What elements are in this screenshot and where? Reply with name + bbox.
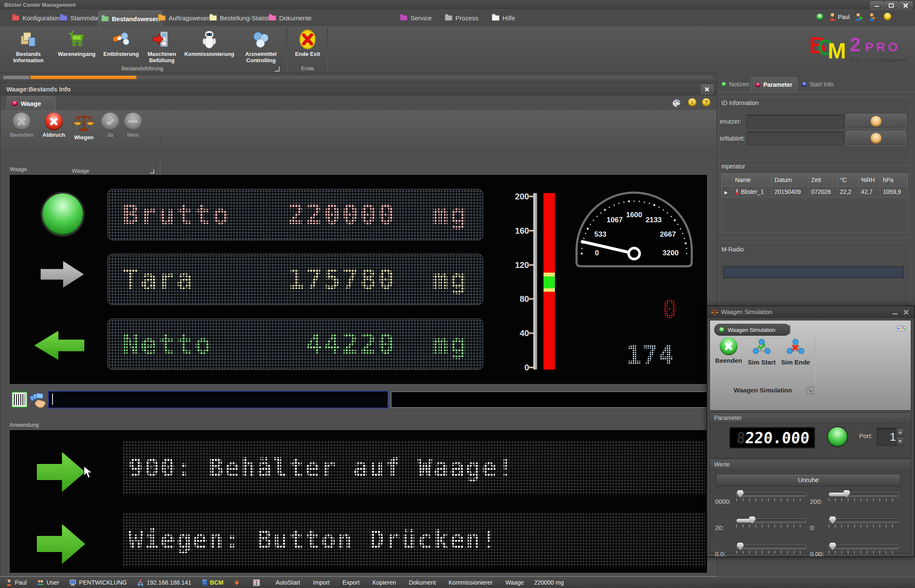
temperatur-table-area: NameDatumZeit°C%RHhPa▶ Blister_120150409… — [721, 173, 908, 233]
net-x-icon — [786, 337, 805, 357]
unruhe-button[interactable]: Unruhe — [716, 474, 901, 486]
slider-thumb[interactable] — [749, 516, 756, 524]
panel-tab-start-info[interactable]: Start Info — [798, 77, 838, 91]
tab-dot-icon — [719, 327, 724, 333]
group-title: mperatur — [721, 163, 745, 170]
stelltablett-input[interactable] — [747, 132, 844, 145]
barcode-button[interactable] — [11, 392, 28, 408]
statusbar-item-kopieren[interactable]: Kopieren — [370, 579, 396, 586]
sim-button-sim-start[interactable]: Sim Start — [746, 337, 778, 366]
main-tab-auftragswesen[interactable]: Auftragswesen — [155, 13, 213, 23]
statusbar-item-220000-mg[interactable]: 220000 mg — [534, 579, 564, 586]
sim-tab-waagen-simulation[interactable]: Waagen Simulation — [714, 324, 790, 336]
waage-window-titlebar[interactable]: Waage:Bestands Info — [0, 83, 717, 96]
sim-button-sim-ende[interactable]: Sim Ende — [779, 337, 812, 366]
info-icon[interactable]: i — [688, 98, 696, 107]
sim-close-button[interactable] — [901, 309, 911, 315]
ribbon-separator — [286, 28, 287, 71]
slider-track[interactable] — [736, 492, 807, 497]
slider-thumb[interactable] — [737, 543, 744, 550]
info-icon[interactable] — [884, 13, 891, 21]
toolbar-expand-icon[interactable] — [150, 169, 154, 174]
tab-waage[interactable]: Waage — [6, 96, 55, 110]
port-up-button[interactable] — [896, 428, 904, 437]
slider-ticks — [829, 498, 898, 501]
main-tab-service[interactable]: Service — [397, 13, 434, 23]
statusbar-item-user[interactable]: User — [37, 579, 59, 586]
progress-segment — [30, 76, 136, 79]
slider-thumb[interactable] — [843, 490, 850, 498]
rfid-read-button-2[interactable] — [846, 131, 906, 146]
svg-text:2133: 2133 — [646, 216, 662, 224]
strip-segment — [3, 76, 30, 79]
rfid-read-button-1[interactable] — [846, 114, 906, 129]
statusbar-item-192-168-188-141[interactable]: 192.168.188.141 — [137, 579, 191, 586]
palette-icon[interactable] — [672, 99, 682, 108]
status-bar: PaulUserPENTWICKLUNG192.168.188.141BCMAu… — [0, 577, 915, 588]
main-tab-konfiguration[interactable]: Konfiguration — [9, 13, 62, 23]
temperatur-table[interactable]: NameDatumZeit°C%RHhPa▶ Blister_120150409… — [721, 174, 908, 198]
gamepad-icon[interactable] — [896, 324, 907, 332]
main-tab-hilfe[interactable]: Hilfe — [489, 13, 518, 23]
statusbar-item-bcm[interactable]: BCM — [202, 579, 224, 586]
statusbar-item-dokument[interactable]: Dokument — [406, 579, 436, 586]
slider-track[interactable] — [829, 492, 899, 497]
netto-arrow-icon — [34, 327, 84, 364]
secondary-input[interactable] — [391, 392, 708, 408]
toolbar-button-abbruch[interactable]: Abbruch — [38, 113, 70, 138]
scan-input[interactable] — [48, 391, 388, 409]
panel-tab-parameter[interactable]: Parameter — [751, 77, 797, 92]
cart-icon — [67, 29, 86, 50]
statusbar-item-pentwicklung[interactable]: PENTWICKLUNG — [69, 579, 127, 586]
section-label-anwendung: Anwendung — [10, 422, 39, 428]
slider-thumb[interactable] — [829, 543, 836, 550]
panel-tab-notizen[interactable]: Notizen — [717, 77, 753, 91]
group1-expand-icon[interactable] — [274, 66, 280, 72]
statusbar-item[interactable] — [253, 579, 263, 586]
current-user[interactable] — [829, 13, 836, 21]
statusbar-item-autostart[interactable]: AutoStart — [273, 579, 300, 586]
sim-minimize-button[interactable] — [890, 309, 900, 315]
statusbar-item[interactable] — [233, 579, 243, 586]
user-switch-icon[interactable] — [868, 13, 876, 21]
statusbar-item-waage[interactable]: Waage — [503, 579, 524, 586]
mradio-input[interactable] — [723, 266, 904, 278]
slider-track[interactable] — [829, 545, 899, 549]
svg-text:1067: 1067 — [607, 216, 623, 224]
slider-track[interactable] — [736, 519, 807, 523]
waage-close-button[interactable] — [701, 85, 713, 94]
group-expand-icon[interactable]: ↘ — [807, 387, 814, 394]
slider-track[interactable] — [829, 519, 899, 523]
minimize-button[interactable] — [870, 1, 884, 9]
user-add-icon[interactable] — [855, 13, 862, 21]
temperatur-group: mperatur NameDatumZeit°C%RHhPa▶ Blister_… — [718, 160, 911, 238]
restore-button[interactable] — [884, 1, 898, 9]
sim-titlebar[interactable]: Waagen Simulation — [707, 306, 914, 318]
close-button[interactable] — [899, 1, 912, 9]
divider — [790, 325, 790, 334]
table-row[interactable]: ▶ Blister_12015040907202622,242,71059,9 — [722, 186, 908, 198]
robot-icon — [200, 29, 219, 50]
statusbar-item-kommissionierer[interactable]: Kommissionierer — [446, 579, 493, 586]
slider-thumb[interactable] — [829, 516, 836, 524]
hand-cards-icon — [28, 390, 47, 408]
folder-icon — [492, 15, 499, 21]
port-down-button[interactable] — [896, 437, 904, 446]
vscale-tick-label: 0 — [524, 363, 529, 373]
main-tab-dokumente[interactable]: Dokumente — [266, 13, 314, 23]
monitor-icon — [69, 579, 77, 586]
sim-werte-group: Werte Unruhe 0000:200:20:0:0.0:0.00: — [710, 459, 911, 554]
scale-icon — [711, 309, 718, 316]
statusbar-item-export[interactable]: Export — [340, 579, 359, 586]
main-tab-prozess[interactable]: Prozess — [442, 13, 481, 23]
tab-dot-icon — [12, 101, 17, 106]
sim-button-beenden[interactable]: Beenden — [713, 337, 745, 364]
blister-hand-button[interactable] — [28, 390, 47, 408]
slider-track[interactable] — [736, 545, 807, 549]
statusbar-item-import[interactable]: Import — [311, 579, 330, 586]
main-tab-bestandswesen[interactable]: Bestandswesen — [98, 11, 163, 27]
statusbar-item-paul[interactable]: Paul — [6, 579, 27, 586]
help-icon[interactable]: ? — [702, 98, 710, 107]
slider-thumb[interactable] — [737, 490, 744, 498]
benutzer-input[interactable] — [747, 115, 844, 128]
